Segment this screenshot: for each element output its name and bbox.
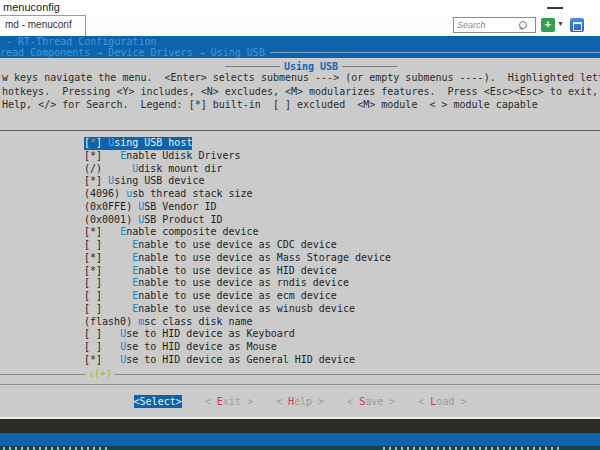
- menu-item[interactable]: [*] Using USB device: [84, 175, 600, 188]
- menu-item[interactable]: [ ] Use to HID device as Mouse: [84, 341, 600, 354]
- terminal-header: - RT-Thread Configuration read Component…: [0, 36, 600, 58]
- tab-cmd-menuconfig[interactable]: md - menuconf: [0, 15, 86, 36]
- menu-item[interactable]: [*] Enable composite device: [84, 226, 600, 239]
- select-button[interactable]: <Select>: [134, 395, 182, 408]
- button-row: <Select>< Exit >< Help >< Save >< Load >: [0, 395, 600, 408]
- list-top-border: [0, 130, 600, 131]
- search-input[interactable]: [457, 20, 519, 30]
- tab-label: md - menuconf: [5, 19, 72, 30]
- save-button[interactable]: < Save >: [347, 395, 395, 408]
- terminal-bottom-area: [0, 419, 600, 433]
- title-rule-right: [342, 66, 397, 67]
- menu-item[interactable]: (flash0) msc class disk name: [84, 316, 600, 329]
- breadcrumb-rule: [270, 52, 600, 53]
- menu-item[interactable]: (0x0FFE) USB Vendor ID: [84, 201, 600, 214]
- instructions: w keys navigate the menu. <Enter> select…: [2, 71, 600, 112]
- new-tab-button[interactable]: +: [541, 18, 555, 32]
- title-rule-left: [225, 66, 280, 67]
- menu-list: [*] Using USB host[*] Enable Udisk Drive…: [84, 137, 600, 367]
- breadcrumb: read Components → Device Drivers → Using…: [0, 47, 600, 58]
- exit-button[interactable]: < Exit >: [205, 395, 253, 408]
- search-box: [453, 17, 536, 33]
- menu-item[interactable]: (4096) usb thread stack size: [84, 188, 600, 201]
- menu-item[interactable]: [ ] Enable to use device as CDC device: [84, 239, 600, 252]
- minimize-icon[interactable]: [547, 7, 563, 9]
- search-icon[interactable]: [519, 21, 527, 29]
- instruction-line: hotkeys. Pressing <Y> includes, <N> excl…: [2, 85, 600, 99]
- menu-item[interactable]: [*] Use to HID device as General HID dev…: [84, 354, 600, 367]
- menu-item[interactable]: (0x0001) USB Product ID: [84, 214, 600, 227]
- scroll-more-indicator: ↓(+): [86, 368, 114, 379]
- chevron-down-icon[interactable]: [557, 20, 564, 27]
- menu-item[interactable]: [*] Enable to use device as HID device: [84, 265, 600, 278]
- menu-item[interactable]: [ ] Enable to use device as winusb devic…: [84, 303, 600, 316]
- load-button[interactable]: < Load >: [418, 395, 466, 408]
- config-title-line: - RT-Thread Configuration: [0, 36, 157, 47]
- status-bar-blue: [0, 433, 600, 446]
- app-window: menuconfig md - menuconf + - RT-Thread C…: [0, 0, 600, 450]
- titlebar: menuconfig: [0, 0, 600, 15]
- console-window-icon[interactable]: [570, 18, 584, 32]
- instruction-line: Help, </> for Search. Legend: [*] built-…: [2, 98, 600, 112]
- menu-item[interactable]: [ ] Use to HID device as Keyboard: [84, 328, 600, 341]
- help-button[interactable]: < Help >: [276, 395, 324, 408]
- menu-item[interactable]: [*] Using USB host: [84, 137, 600, 150]
- tab-bar: md - menuconf +: [0, 15, 600, 36]
- menu-item[interactable]: [*] Enable Udisk Drivers: [84, 150, 600, 163]
- menu-item[interactable]: [ ] Enable to use device as ecm device: [84, 290, 600, 303]
- menu-item[interactable]: [ ] Enable to use device as rndis device: [84, 277, 600, 290]
- button-separator: [0, 384, 600, 385]
- breadcrumb-text: read Components → Device Drivers → Using…: [0, 47, 265, 58]
- window-title: menuconfig: [3, 1, 60, 13]
- menu-item[interactable]: (/) Udisk mount dir: [84, 163, 600, 176]
- menu-item[interactable]: [*] Enable to use device as Mass Storage…: [84, 252, 600, 265]
- instruction-line: w keys navigate the menu. <Enter> select…: [2, 71, 600, 85]
